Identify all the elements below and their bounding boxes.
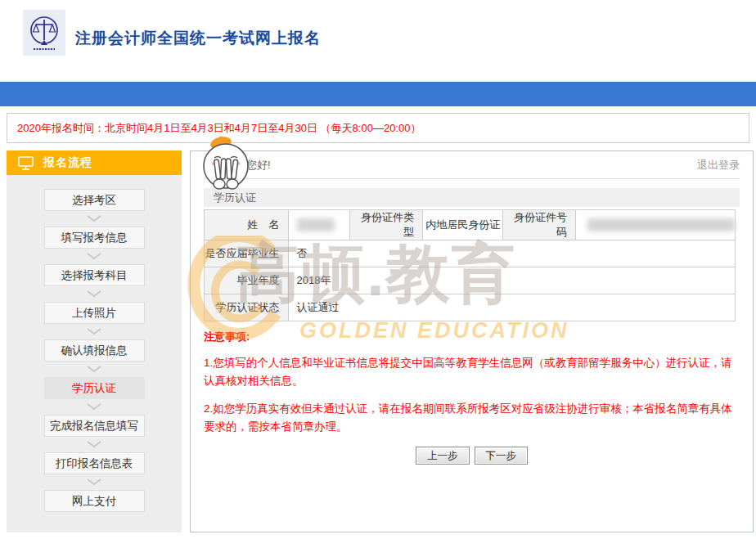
sidebar-step-fill-info[interactable]: 填写报考信息 xyxy=(44,227,145,249)
chevron-down-icon xyxy=(87,290,101,298)
chevron-down-icon xyxy=(87,215,101,222)
table-row-graduation-year: 毕业年度 2018年 xyxy=(205,267,736,294)
sidebar-step-select-subjects[interactable]: 选择报考科目 xyxy=(44,264,145,286)
registration-time-notice: 2020年报名时间：北京时间4月1日至4月3日和4月7日至4月30日 （每天8:… xyxy=(7,113,749,143)
education-info-table: 姓 名 身份证件类型 内地居民身份证 身份证件号码 是否应届毕业生 否 毕业年度… xyxy=(204,209,736,321)
table-row-identity: 姓 名 身份证件类型 内地居民身份证 身份证件号码 xyxy=(205,210,736,240)
monitor-icon xyxy=(18,156,34,170)
main-panel: 您好! 退出登录 学历认证 姓 名 身份证件类型 内地居民身份证 身份证件号码 … xyxy=(190,150,754,532)
next-step-button[interactable]: 下一步 xyxy=(475,447,529,465)
greeting-row: 您好! 退出登录 xyxy=(204,151,740,179)
grad-year-label: 毕业年度 xyxy=(205,267,289,294)
section-title: 学历认证 xyxy=(204,188,740,207)
notes-section: 注意事项: 1.您填写的个人信息和毕业证书信息将提交中国高等教育学生信息网（或教… xyxy=(204,330,740,435)
id-type-label: 身份证件类型 xyxy=(350,210,423,240)
face-sticker xyxy=(200,135,251,192)
id-type-value: 内地居民身份证 xyxy=(422,210,502,240)
scales-icon xyxy=(25,12,63,53)
name-value xyxy=(288,210,350,240)
sidebar-header: 报名流程 xyxy=(7,150,182,175)
redacted-name xyxy=(297,218,335,231)
table-row-education-status: 学历认证状态 认证通过 xyxy=(205,294,736,321)
prev-step-button[interactable]: 上一步 xyxy=(416,447,470,465)
note-item-2: 2.如您学历真实有效但未通过认证，请在报名期间联系所报考区对应省级注协进行审核；… xyxy=(204,400,740,436)
chevron-down-icon xyxy=(87,403,101,411)
content-area: 报名流程 选择考区 填写报考信息 选择报考科目 上传照片 确认填报信息 学历认证… xyxy=(7,150,751,532)
chevron-down-icon xyxy=(87,253,101,260)
chevron-down-icon xyxy=(87,441,101,448)
sidebar-title: 报名流程 xyxy=(43,155,92,170)
header-band xyxy=(0,82,756,106)
id-number-label: 身份证件号码 xyxy=(503,210,576,240)
cpa-logo xyxy=(23,10,65,56)
edu-status-label: 学历认证状态 xyxy=(205,294,289,321)
fresh-grad-value: 否 xyxy=(288,240,735,267)
chevron-down-icon xyxy=(87,478,101,486)
grad-year-value: 2018年 xyxy=(288,267,735,294)
id-number-value xyxy=(576,210,736,240)
sidebar-step-complete-registration[interactable]: 完成报名信息填写 xyxy=(44,415,145,437)
steps-list: 选择考区 填写报考信息 选择报考科目 上传照片 确认填报信息 学历认证 完成报名… xyxy=(7,175,182,512)
chevron-down-icon xyxy=(87,328,101,335)
sidebar-step-education-verify[interactable]: 学历认证 xyxy=(44,377,145,399)
sidebar-step-confirm-info[interactable]: 确认填报信息 xyxy=(44,339,145,362)
fresh-grad-label: 是否应届毕业生 xyxy=(205,240,289,267)
note-item-1: 1.您填写的个人信息和毕业证书信息将提交中国高等教育学生信息网（或教育部留学服务… xyxy=(204,354,740,390)
app-header: 注册会计师全国统一考试网上报名 xyxy=(0,0,756,82)
notice-text: 2020年报名时间：北京时间4月1日至4月3日和4月7日至4月30日 （每天8:… xyxy=(17,121,421,136)
chevron-down-icon xyxy=(87,366,101,373)
notes-title: 注意事项: xyxy=(204,330,740,344)
table-row-fresh-graduate: 是否应届毕业生 否 xyxy=(205,240,736,267)
redacted-id-number xyxy=(587,218,735,231)
sidebar-step-print-form[interactable]: 打印报名信息表 xyxy=(44,452,145,474)
edu-status-value: 认证通过 xyxy=(288,294,735,321)
logout-link[interactable]: 退出登录 xyxy=(697,158,740,173)
name-label: 姓 名 xyxy=(205,210,289,240)
sidebar: 报名流程 选择考区 填写报考信息 选择报考科目 上传照片 确认填报信息 学历认证… xyxy=(7,150,182,532)
sidebar-step-upload-photo[interactable]: 上传照片 xyxy=(44,302,145,324)
button-row: 上一步 下一步 xyxy=(204,447,740,465)
sidebar-step-select-region[interactable]: 选择考区 xyxy=(44,189,145,211)
sidebar-step-online-payment[interactable]: 网上支付 xyxy=(44,490,145,512)
page-title: 注册会计师全国统一考试网上报名 xyxy=(75,28,321,49)
